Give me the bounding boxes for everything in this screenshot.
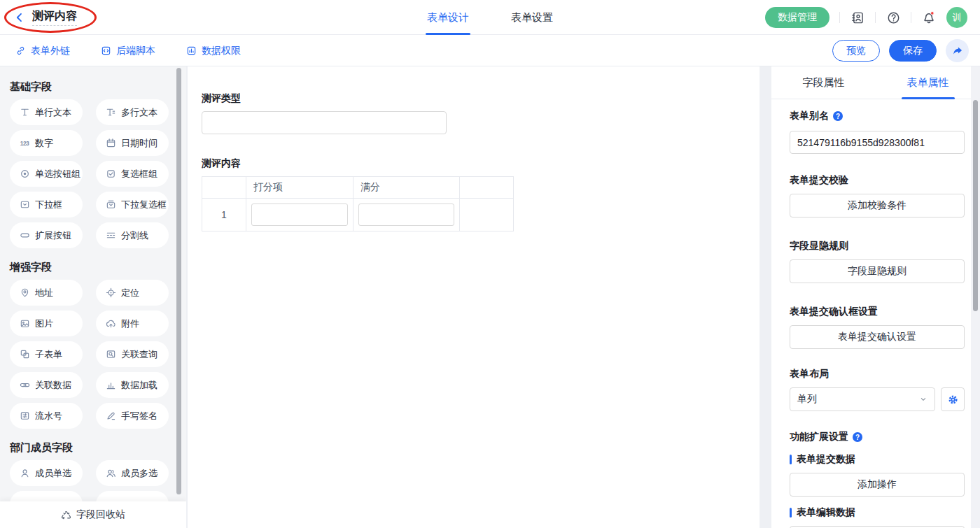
bar-chart-icon <box>105 380 116 391</box>
field-item-locate[interactable]: 定位 <box>96 280 169 306</box>
field-item-address[interactable]: 地址 <box>10 280 83 306</box>
extension-settings-label: 功能扩展设置 ? <box>790 431 965 443</box>
tab-form-properties[interactable]: 表单属性 <box>876 66 980 99</box>
field-item-divider[interactable]: 分割线 <box>96 222 169 248</box>
toolbar-links: 表单外链 后端脚本 数据权限 <box>15 35 241 66</box>
field-item-data-load[interactable]: 数据加载 <box>96 372 169 398</box>
header-right: 数据管理 训 <box>765 0 967 35</box>
field-item-multi-text[interactable]: 多行文本 <box>96 99 169 125</box>
field-item-checkbox-group[interactable]: 复选框组 <box>96 161 169 187</box>
multi-select-icon <box>105 199 116 211</box>
external-link-icon <box>15 45 26 56</box>
submit-data-add-action-button[interactable]: 添加操作 <box>790 473 965 497</box>
sidebar-scrollbar[interactable] <box>176 68 181 494</box>
table-header-extra <box>460 177 513 199</box>
save-button[interactable]: 保存 <box>889 40 937 62</box>
score-item-input[interactable] <box>251 204 348 226</box>
active-tab-underline <box>902 97 955 99</box>
app-header: 测评内容 表单设计 表单设置 数据管理 <box>0 0 980 35</box>
backend-script-action[interactable]: 后端脚本 <box>101 35 155 66</box>
properties-body: 表单别名 ? 表单提交校验 添加校验条件 字段显隐规则 字段显隐规则 表单提交确… <box>771 110 980 528</box>
back-button[interactable] <box>14 12 25 23</box>
header-left: 测评内容 <box>14 0 77 35</box>
section-title-basic: 基础字段 <box>10 80 186 94</box>
field-item-number[interactable]: 123数字 <box>10 130 83 156</box>
image-icon <box>19 318 30 329</box>
submit-confirm-label: 表单提交确认框设置 <box>790 306 965 318</box>
enhanced-fields-grid: 地址 定位 图片 附件 子表单 关联查询 关联数据 数据加载 流水号 手写签名 <box>10 280 186 429</box>
table-header-full-score: 满分 <box>354 177 460 199</box>
field-item-signature[interactable]: 手写签名 <box>96 403 169 429</box>
layout-select[interactable]: 单列 <box>790 387 935 411</box>
data-manage-button[interactable]: 数据管理 <box>765 7 830 28</box>
notification-bell-icon[interactable] <box>921 10 937 25</box>
field-visibility-button[interactable]: 字段显隐规则 <box>790 259 965 283</box>
help-badge-icon[interactable]: ? <box>853 432 862 442</box>
gear-icon <box>947 394 959 406</box>
link-data-icon <box>19 380 30 391</box>
form-canvas[interactable]: 测评类型 测评内容 打分项 满分 1 <box>188 66 760 528</box>
field-recycle-bin[interactable]: 字段回收站 <box>0 501 186 528</box>
help-icon[interactable] <box>886 10 901 25</box>
toolbar-actions: 预览 保存 <box>832 35 969 66</box>
submit-data-group-label: 表单提交数据 <box>790 453 965 466</box>
panel-scrollbar[interactable] <box>973 100 978 311</box>
user-avatar[interactable]: 训 <box>946 7 967 28</box>
checkbox-icon <box>105 169 116 180</box>
submit-confirm-button[interactable]: 表单提交确认设置 <box>790 325 965 349</box>
add-validation-button[interactable]: 添加校验条件 <box>790 194 965 217</box>
table-cell-extra <box>460 199 513 231</box>
field-item-datetime[interactable]: 日期时间 <box>96 130 169 156</box>
group-marker <box>790 455 792 464</box>
eval-type-input[interactable] <box>202 111 447 134</box>
divider <box>839 12 840 23</box>
field-item-extend-button[interactable]: 扩展按钮 <box>10 222 83 248</box>
layout-settings-button[interactable] <box>941 387 965 411</box>
form-toolbar: 表单外链 后端脚本 数据权限 预览 保存 <box>0 35 980 66</box>
contacts-book-icon[interactable] <box>850 10 865 25</box>
share-arrow-icon <box>951 45 963 57</box>
properties-panel: 字段属性 表单属性 表单别名 ? 表单提交校验 添加校验条件 字段显隐规则 字段… <box>771 66 980 528</box>
field-item-single-text[interactable]: 单行文本 <box>10 99 83 125</box>
full-score-input[interactable] <box>358 204 454 226</box>
serial-number-icon <box>19 411 30 422</box>
radio-icon <box>19 169 30 180</box>
field-item-related-data[interactable]: 关联数据 <box>10 372 83 398</box>
text-single-icon <box>19 107 30 118</box>
member-multi-icon <box>105 468 116 479</box>
external-link-action[interactable]: 表单外链 <box>15 35 70 66</box>
field-item-member-multi[interactable]: 成员多选 <box>96 460 169 486</box>
field-item-member-single[interactable]: 成员单选 <box>10 460 83 486</box>
divider-line-icon <box>105 230 116 241</box>
data-permission-action[interactable]: 数据权限 <box>186 35 241 66</box>
help-badge-icon[interactable]: ? <box>833 111 843 121</box>
number-123-icon: 123 <box>19 138 30 149</box>
tab-form-settings[interactable]: 表单设置 <box>511 0 553 35</box>
share-button[interactable] <box>946 39 969 62</box>
tab-field-properties[interactable]: 字段属性 <box>771 66 876 99</box>
field-item-subform[interactable]: 子表单 <box>10 341 83 367</box>
properties-tabs: 字段属性 表单属性 <box>771 66 980 99</box>
preview-button[interactable]: 预览 <box>832 40 880 62</box>
eval-content-table[interactable]: 打分项 满分 1 <box>202 176 514 231</box>
field-item-attachment[interactable]: 附件 <box>96 311 169 336</box>
back-chevron-icon <box>14 12 25 23</box>
field-label-eval-type: 测评类型 <box>202 92 760 105</box>
form-layout-label: 表单布局 <box>790 368 965 380</box>
page-title[interactable]: 测评内容 <box>32 9 77 26</box>
field-item-serial-number[interactable]: 流水号 <box>10 403 83 429</box>
field-item-select[interactable]: 下拉框 <box>10 192 83 217</box>
table-header-score-item: 打分项 <box>246 177 354 199</box>
unread-dot <box>931 12 934 15</box>
field-item-multi-select[interactable]: 下拉复选框 <box>96 192 169 217</box>
field-item-radio-group[interactable]: 单选按钮组 <box>10 161 83 187</box>
form-alias-input[interactable] <box>790 131 965 154</box>
table-cell-score-item <box>246 199 354 231</box>
data-permission-icon <box>186 45 197 56</box>
field-item-image[interactable]: 图片 <box>10 311 83 336</box>
field-item-related-query[interactable]: 关联查询 <box>96 341 169 367</box>
extend-button-icon <box>19 230 30 241</box>
tab-form-design[interactable]: 表单设计 <box>427 0 469 35</box>
map-pin-icon <box>19 287 30 299</box>
table-row-index: 1 <box>202 199 246 231</box>
